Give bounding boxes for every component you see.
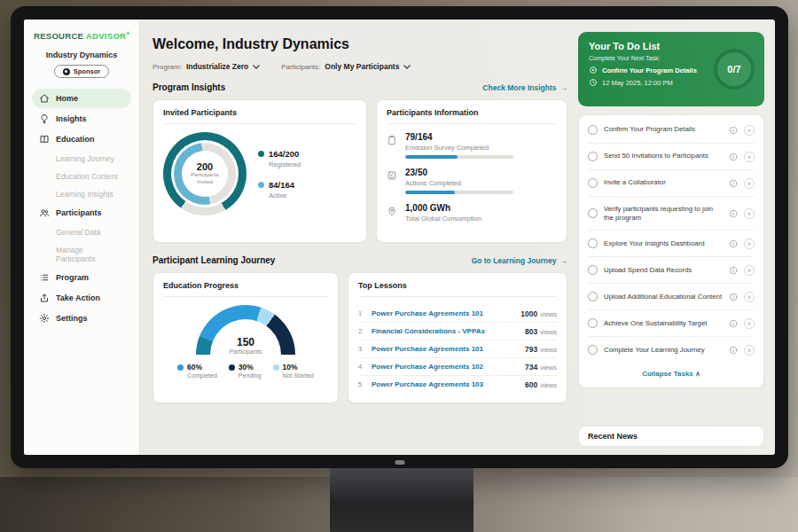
info-icon[interactable] <box>729 239 738 248</box>
sidebar-item-education-content[interactable]: Education Content <box>32 168 131 184</box>
sidebar-item-participants[interactable]: Participants <box>32 203 131 223</box>
info-icon[interactable] <box>729 153 738 161</box>
sidebar-item-program[interactable]: Program <box>32 268 131 287</box>
task-row[interactable]: Upload Additional Educational Content › <box>588 284 755 310</box>
info-icon[interactable] <box>729 346 738 355</box>
go-to-learning-journey-link[interactable]: Go to Learning Journey → <box>472 256 567 265</box>
sidebar-item-settings[interactable]: Settings <box>32 309 131 328</box>
recent-news-label: Recent News <box>588 432 638 441</box>
collapse-tasks-button[interactable]: Collapse Tasks ∧ <box>588 363 755 386</box>
chevron-right-icon[interactable]: › <box>744 345 755 356</box>
lesson-views-label: views <box>540 364 557 372</box>
chevron-right-icon[interactable]: › <box>744 208 755 219</box>
task-row[interactable]: Send 50 Invitations to Participants › <box>588 144 755 170</box>
stat-label: Emission Survey Completed <box>405 144 513 152</box>
lesson-link[interactable]: Power Purchase Agreements 101 <box>372 309 514 317</box>
task-label: Upload Additional Educational Content <box>604 293 723 301</box>
legend-value: 84/164 <box>269 180 294 190</box>
chevron-right-icon[interactable]: › <box>744 239 755 249</box>
info-icon[interactable] <box>729 266 738 275</box>
chevron-down-icon <box>253 63 260 71</box>
sidebar-item-take-action[interactable]: Take Action <box>32 288 131 308</box>
lesson-row[interactable]: 4 Power Purchase Agreements 102 734views <box>358 358 557 376</box>
chevron-right-icon[interactable]: › <box>744 318 755 329</box>
task-checkbox[interactable] <box>588 239 598 248</box>
recent-news-header[interactable]: Recent News <box>578 426 764 447</box>
task-label: Confirm Your Program Details <box>604 125 723 134</box>
chevron-right-icon[interactable]: › <box>744 292 755 302</box>
legend-value: 30% <box>239 363 254 372</box>
task-checkbox[interactable] <box>588 265 598 275</box>
todo-tasks-card: Confirm Your Program Details › Send 50 I… <box>578 114 764 388</box>
sidebar-item-manage-participants[interactable]: Manage Participants <box>32 241 131 267</box>
sidebar-item-home[interactable]: Home <box>32 89 131 108</box>
task-checkbox[interactable] <box>588 345 598 355</box>
sidebar-item-education[interactable]: Education <box>32 129 131 149</box>
sidebar-item-label: Take Action <box>56 293 100 302</box>
todo-panel: Your To Do List Complete Your Next Task:… <box>578 32 764 455</box>
sidebar-item-insights[interactable]: Insights <box>32 109 131 129</box>
todo-next-task: Confirm Your Program Details <box>602 66 697 74</box>
location-pin-icon <box>387 203 398 226</box>
lesson-link[interactable]: Power Purchase Agreements 102 <box>372 363 519 371</box>
pending-dot <box>229 364 235 371</box>
lesson-link[interactable]: Financial Considerations - VPPAs <box>372 327 519 335</box>
task-row[interactable]: Confirm Your Program Details › <box>588 117 755 144</box>
program-filter-dropdown[interactable]: Program: Industrialize Zero <box>153 62 260 71</box>
stat-value: 23/50 <box>405 168 513 177</box>
chevron-right-icon[interactable]: › <box>744 152 755 162</box>
task-row[interactable]: Upload Spend Data Records › <box>588 257 755 284</box>
sidebar-item-general-data[interactable]: General Data <box>32 223 131 240</box>
info-icon[interactable] <box>729 179 738 188</box>
lesson-row[interactable]: 3 Power Purchase Agreements 101 793views <box>358 340 557 358</box>
task-row[interactable]: Complete Your Learning Journey › <box>588 337 755 363</box>
info-icon[interactable] <box>729 293 738 301</box>
task-checkbox[interactable] <box>588 125 598 135</box>
info-icon[interactable] <box>729 126 738 135</box>
registered-dot <box>258 151 264 157</box>
check-more-insights-link[interactable]: Check More Insights → <box>482 83 567 92</box>
sponsor-badge[interactable]: Sponsor <box>54 65 109 78</box>
legend-label: Completed <box>187 372 217 379</box>
lesson-link[interactable]: Power Purchase Agreements 103 <box>372 380 519 388</box>
top-lessons-card: Top Lessons 1 Power Purchase Agreements … <box>348 272 567 403</box>
task-checkbox[interactable] <box>588 318 598 328</box>
task-row[interactable]: Verify participants requesting to join t… <box>588 197 755 231</box>
donut-center-label: Participants Invited <box>186 172 223 186</box>
task-row[interactable]: Explore Your Insights Dashboard › <box>588 231 755 257</box>
chevron-right-icon[interactable]: › <box>744 178 755 189</box>
lesson-row[interactable]: 5 Power Purchase Agreements 103 600views <box>358 376 557 393</box>
logo-plus: + <box>126 30 129 36</box>
lesson-row[interactable]: 1 Power Purchase Agreements 101 1000view… <box>358 305 557 323</box>
legend-value: 10% <box>283 363 298 372</box>
info-icon[interactable] <box>729 319 738 328</box>
sidebar-item-label: General Data <box>56 228 101 237</box>
task-row[interactable]: Achieve One Sustainability Target › <box>588 310 755 337</box>
lesson-link[interactable]: Power Purchase Agreements 101 <box>372 345 519 353</box>
org-name: Industry Dynamics <box>32 51 131 59</box>
task-checkbox[interactable] <box>588 208 598 218</box>
legend-item: 84/164 Active <box>258 180 301 200</box>
info-icon[interactable] <box>729 209 738 218</box>
app-logo: RESOURCE ADVISOR+ <box>32 30 131 41</box>
lesson-row[interactable]: 2 Financial Considerations - VPPAs 803vi… <box>358 323 557 340</box>
task-row[interactable]: Invite a Collaborator › <box>588 170 755 197</box>
sidebar-item-learning-insights[interactable]: Learning Insights <box>32 185 131 202</box>
logo-advisor: ADVISOR <box>86 31 126 41</box>
sidebar-item-learning-journey[interactable]: Learning Journey <box>32 150 131 167</box>
legend-item: 60% Completed <box>177 363 217 379</box>
lesson-rank: 1 <box>358 309 365 317</box>
lesson-views-label: views <box>540 381 557 389</box>
task-label: Send 50 Invitations to Participants <box>604 152 723 160</box>
chevron-right-icon[interactable]: › <box>744 125 755 136</box>
task-checkbox[interactable] <box>588 292 598 301</box>
chevron-right-icon[interactable]: › <box>744 265 755 276</box>
stat-value: 1,000 GWh <box>405 203 481 213</box>
clipboard-icon <box>387 132 398 159</box>
todo-datetime: 12 May 2025, 12:00 PM <box>602 79 673 87</box>
stat-label: Total Global Consumption <box>405 215 481 223</box>
participants-filter-value: Only My Participants <box>325 62 399 71</box>
task-checkbox[interactable] <box>588 152 598 161</box>
task-checkbox[interactable] <box>588 178 598 188</box>
participants-filter-dropdown[interactable]: Participants: Only My Participants <box>281 62 411 71</box>
